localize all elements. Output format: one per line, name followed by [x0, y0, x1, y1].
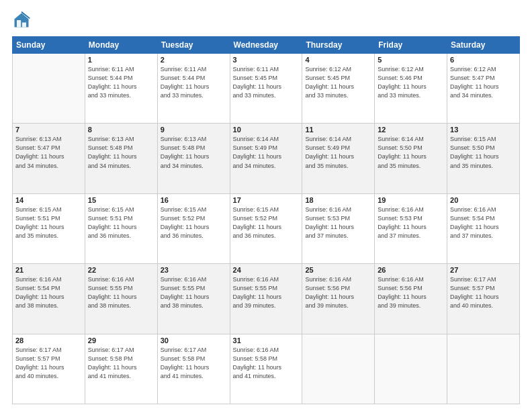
calendar-cell: 9Sunrise: 6:13 AMSunset: 5:48 PMDaylight… — [157, 124, 230, 193]
calendar-cell: 11Sunrise: 6:14 AMSunset: 5:49 PMDayligh… — [302, 124, 375, 193]
day-info: Sunrise: 6:16 AMSunset: 5:55 PMDaylight:… — [88, 275, 154, 310]
day-number: 27 — [450, 266, 517, 274]
calendar-week-row: 28Sunrise: 6:17 AMSunset: 5:57 PMDayligh… — [13, 334, 520, 404]
calendar-cell: 14Sunrise: 6:15 AMSunset: 5:51 PMDayligh… — [13, 193, 85, 263]
day-info: Sunrise: 6:15 AMSunset: 5:50 PMDaylight:… — [450, 135, 517, 170]
calendar-header-friday: Friday — [375, 37, 447, 54]
calendar-cell: 23Sunrise: 6:16 AMSunset: 5:55 PMDayligh… — [157, 264, 230, 334]
day-number: 15 — [88, 196, 154, 204]
day-info: Sunrise: 6:14 AMSunset: 5:50 PMDaylight:… — [378, 135, 444, 170]
day-info: Sunrise: 6:15 AMSunset: 5:51 PMDaylight:… — [88, 205, 154, 240]
day-info: Sunrise: 6:13 AMSunset: 5:47 PMDaylight:… — [15, 135, 82, 170]
calendar-cell: 13Sunrise: 6:15 AMSunset: 5:50 PMDayligh… — [447, 124, 520, 193]
calendar-cell: 6Sunrise: 6:12 AMSunset: 5:47 PMDaylight… — [447, 54, 520, 124]
calendar-week-row: 14Sunrise: 6:15 AMSunset: 5:51 PMDayligh… — [13, 193, 520, 263]
page: SundayMondayTuesdayWednesdayThursdayFrid… — [0, 0, 532, 411]
header — [12, 11, 520, 30]
calendar-header-thursday: Thursday — [302, 37, 375, 54]
calendar-cell: 1Sunrise: 6:11 AMSunset: 5:44 PMDaylight… — [85, 54, 157, 124]
svg-rect-3 — [17, 20, 21, 28]
day-info: Sunrise: 6:16 AMSunset: 5:56 PMDaylight:… — [378, 275, 444, 310]
calendar-cell: 18Sunrise: 6:16 AMSunset: 5:53 PMDayligh… — [302, 193, 375, 263]
svg-rect-4 — [22, 23, 26, 28]
calendar-cell: 19Sunrise: 6:16 AMSunset: 5:53 PMDayligh… — [375, 193, 447, 263]
calendar-cell: 2Sunrise: 6:11 AMSunset: 5:44 PMDaylight… — [157, 54, 230, 124]
day-info: Sunrise: 6:16 AMSunset: 5:54 PMDaylight:… — [15, 275, 82, 310]
day-info: Sunrise: 6:12 AMSunset: 5:45 PMDaylight:… — [305, 65, 371, 100]
day-number: 31 — [233, 336, 300, 345]
calendar-cell: 25Sunrise: 6:16 AMSunset: 5:56 PMDayligh… — [302, 264, 375, 334]
day-info: Sunrise: 6:16 AMSunset: 5:55 PMDaylight:… — [233, 275, 300, 310]
day-info: Sunrise: 6:12 AMSunset: 5:47 PMDaylight:… — [450, 65, 517, 100]
day-number: 4 — [305, 56, 371, 64]
calendar-cell: 31Sunrise: 6:16 AMSunset: 5:58 PMDayligh… — [230, 334, 302, 404]
calendar-cell: 26Sunrise: 6:16 AMSunset: 5:56 PMDayligh… — [375, 264, 447, 334]
day-number: 26 — [378, 266, 444, 274]
day-info: Sunrise: 6:15 AMSunset: 5:52 PMDaylight:… — [233, 205, 300, 240]
calendar-cell — [302, 334, 375, 404]
calendar-cell: 7Sunrise: 6:13 AMSunset: 5:47 PMDaylight… — [13, 124, 85, 193]
calendar-cell: 22Sunrise: 6:16 AMSunset: 5:55 PMDayligh… — [85, 264, 157, 334]
day-number: 25 — [305, 266, 371, 274]
day-info: Sunrise: 6:16 AMSunset: 5:58 PMDaylight:… — [233, 346, 300, 381]
day-info: Sunrise: 6:16 AMSunset: 5:53 PMDaylight:… — [378, 205, 444, 240]
day-number: 14 — [15, 196, 82, 204]
calendar-cell: 10Sunrise: 6:14 AMSunset: 5:49 PMDayligh… — [230, 124, 302, 193]
day-info: Sunrise: 6:12 AMSunset: 5:46 PMDaylight:… — [378, 65, 444, 100]
day-info: Sunrise: 6:16 AMSunset: 5:56 PMDaylight:… — [305, 275, 371, 310]
calendar-cell: 30Sunrise: 6:17 AMSunset: 5:58 PMDayligh… — [157, 334, 230, 404]
day-info: Sunrise: 6:17 AMSunset: 5:57 PMDaylight:… — [450, 275, 517, 310]
logo-icon — [12, 11, 31, 30]
day-number: 30 — [161, 336, 227, 345]
day-number: 1 — [88, 56, 154, 64]
day-number: 11 — [305, 126, 371, 134]
day-number: 18 — [305, 196, 371, 204]
day-number: 8 — [88, 126, 154, 134]
calendar-cell: 27Sunrise: 6:17 AMSunset: 5:57 PMDayligh… — [447, 264, 520, 334]
day-info: Sunrise: 6:11 AMSunset: 5:45 PMDaylight:… — [233, 65, 300, 100]
day-number: 3 — [233, 56, 300, 64]
day-info: Sunrise: 6:13 AMSunset: 5:48 PMDaylight:… — [88, 135, 154, 170]
logo — [12, 11, 34, 30]
calendar-cell: 17Sunrise: 6:15 AMSunset: 5:52 PMDayligh… — [230, 193, 302, 263]
day-number: 22 — [88, 266, 154, 274]
day-info: Sunrise: 6:11 AMSunset: 5:44 PMDaylight:… — [161, 65, 227, 100]
day-number: 28 — [15, 336, 82, 345]
calendar-cell: 20Sunrise: 6:16 AMSunset: 5:54 PMDayligh… — [447, 193, 520, 263]
calendar-header-row: SundayMondayTuesdayWednesdayThursdayFrid… — [13, 37, 520, 54]
calendar-header-sunday: Sunday — [13, 37, 85, 54]
day-number: 29 — [88, 336, 154, 345]
calendar-cell: 5Sunrise: 6:12 AMSunset: 5:46 PMDaylight… — [375, 54, 447, 124]
calendar-cell — [13, 54, 85, 124]
calendar-header-tuesday: Tuesday — [157, 37, 230, 54]
calendar-cell — [447, 334, 520, 404]
calendar-cell: 28Sunrise: 6:17 AMSunset: 5:57 PMDayligh… — [13, 334, 85, 404]
day-info: Sunrise: 6:15 AMSunset: 5:51 PMDaylight:… — [15, 205, 82, 240]
day-number: 23 — [161, 266, 227, 274]
day-info: Sunrise: 6:17 AMSunset: 5:58 PMDaylight:… — [161, 346, 227, 381]
day-number: 6 — [450, 56, 517, 64]
calendar-week-row: 7Sunrise: 6:13 AMSunset: 5:47 PMDaylight… — [13, 124, 520, 193]
day-info: Sunrise: 6:11 AMSunset: 5:44 PMDaylight:… — [88, 65, 154, 100]
day-number: 2 — [161, 56, 227, 64]
day-number: 19 — [378, 196, 444, 204]
day-number: 20 — [450, 196, 517, 204]
calendar-cell: 29Sunrise: 6:17 AMSunset: 5:58 PMDayligh… — [85, 334, 157, 404]
day-info: Sunrise: 6:17 AMSunset: 5:58 PMDaylight:… — [88, 346, 154, 381]
calendar-cell: 15Sunrise: 6:15 AMSunset: 5:51 PMDayligh… — [85, 193, 157, 263]
calendar-cell: 21Sunrise: 6:16 AMSunset: 5:54 PMDayligh… — [13, 264, 85, 334]
day-number: 17 — [233, 196, 300, 204]
day-info: Sunrise: 6:14 AMSunset: 5:49 PMDaylight:… — [233, 135, 300, 170]
day-number: 16 — [161, 196, 227, 204]
day-number: 24 — [233, 266, 300, 274]
day-number: 21 — [15, 266, 82, 274]
calendar-cell: 3Sunrise: 6:11 AMSunset: 5:45 PMDaylight… — [230, 54, 302, 124]
day-info: Sunrise: 6:15 AMSunset: 5:52 PMDaylight:… — [161, 205, 227, 240]
day-info: Sunrise: 6:16 AMSunset: 5:54 PMDaylight:… — [450, 205, 517, 240]
day-info: Sunrise: 6:16 AMSunset: 5:53 PMDaylight:… — [305, 205, 371, 240]
day-info: Sunrise: 6:17 AMSunset: 5:57 PMDaylight:… — [15, 346, 82, 381]
calendar-cell: 24Sunrise: 6:16 AMSunset: 5:55 PMDayligh… — [230, 264, 302, 334]
day-number: 5 — [378, 56, 444, 64]
day-info: Sunrise: 6:13 AMSunset: 5:48 PMDaylight:… — [161, 135, 227, 170]
day-number: 9 — [161, 126, 227, 134]
